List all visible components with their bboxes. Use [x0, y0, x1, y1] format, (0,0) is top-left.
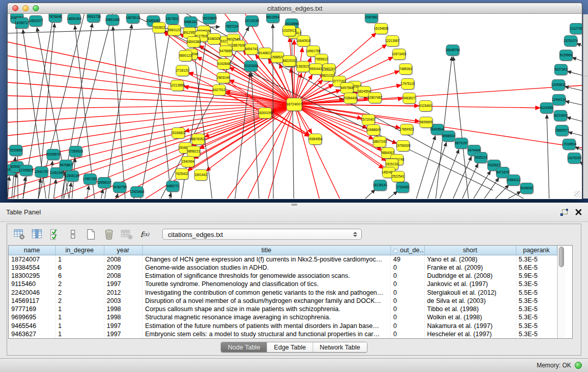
- graph-node-9898221[interactable]: 9898221: [187, 146, 201, 158]
- table-cell[interactable]: 1998: [104, 313, 142, 321]
- table-cell[interactable]: 2008: [104, 272, 142, 280]
- table-cell[interactable]: Changes of HCN gene expression and I(f) …: [142, 255, 390, 264]
- network-window[interactable]: citations_edges.txt 20650541053237778766…: [7, 3, 582, 199]
- panel-splitter-handle[interactable]: [291, 204, 297, 206]
- table-cell[interactable]: 1: [55, 313, 104, 321]
- table-cell[interactable]: 2: [55, 288, 104, 296]
- table-cell[interactable]: 22420046: [9, 288, 55, 296]
- close-window-button[interactable]: [12, 5, 18, 11]
- column-header-year[interactable]: year: [104, 246, 142, 255]
- tab-network-table[interactable]: Network Table: [313, 342, 367, 352]
- table-scrollbar[interactable]: [557, 246, 565, 338]
- table-row[interactable]: 1830029562008Estimation of significance …: [9, 272, 557, 280]
- graph-node-1362615[interactable]: 1362615: [296, 61, 310, 73]
- graph-node-9475685[interactable]: 9475685: [220, 46, 233, 58]
- minimize-window-button[interactable]: [23, 5, 29, 11]
- table-cell[interactable]: Jankovic et al. (1997): [424, 280, 516, 288]
- table-cell[interactable]: 18300295: [9, 272, 55, 280]
- graph-node-9227343[interactable]: 9227343: [555, 64, 568, 76]
- graph-node-17975115[interactable]: 17975115: [401, 79, 415, 91]
- table-cell[interactable]: 1997: [104, 321, 142, 330]
- graph-node-10325413[interactable]: 10325413: [282, 26, 297, 37]
- graph-node-1691442[interactable]: 1691442: [194, 170, 208, 182]
- graph-node-2718120[interactable]: 2718120: [176, 65, 189, 77]
- graph-node-9242848[interactable]: 9242848: [217, 59, 231, 71]
- graph-node-10532377[interactable]: 10532377: [29, 16, 43, 28]
- table-cell[interactable]: 2: [55, 297, 104, 305]
- graph-node-8454743[interactable]: 8454743: [245, 44, 258, 56]
- graph-node-10654112[interactable]: 10654112: [506, 175, 520, 187]
- graph-node-2867608[interactable]: 2867608: [232, 40, 246, 52]
- table-cell[interactable]: 5.3E-5: [516, 330, 557, 338]
- table-cell[interactable]: 5.3E-5: [516, 297, 557, 305]
- table-cell[interactable]: 5.6E-5: [516, 264, 557, 272]
- table-cell[interactable]: 14569117: [9, 297, 55, 305]
- network-view[interactable]: 2065054105323777876648140557171865039419…: [8, 14, 582, 199]
- table-cell[interactable]: 5.3E-5: [516, 321, 557, 330]
- graph-node-16782759[interactable]: 16782759: [112, 182, 127, 194]
- table-cell[interactable]: Corpus callosum shape and size in male p…: [142, 305, 390, 313]
- graph-node-9975887[interactable]: 9975887: [59, 160, 73, 172]
- graph-node-2803144[interactable]: 2803144: [217, 73, 230, 84]
- table-cell[interactable]: 5.3E-5: [516, 313, 557, 321]
- table-cell[interactable]: 18724007: [9, 255, 55, 264]
- graph-node-2935114[interactable]: 2935114: [474, 152, 488, 164]
- graph-node-16958107[interactable]: 16958107: [97, 178, 112, 189]
- graph-node-7485063[interactable]: 7485063: [399, 64, 412, 76]
- graph-node-18724007[interactable]: 18724007: [286, 98, 302, 112]
- graph-node-9990443[interactable]: 9990443: [309, 64, 322, 76]
- graph-node-10973493[interactable]: 10973493: [391, 49, 406, 61]
- graph-node-18807243[interactable]: 18807243: [373, 137, 387, 148]
- graph-node-17957253[interactable]: 17957253: [83, 174, 98, 186]
- graph-node-9129966[interactable]: 9129966: [560, 50, 573, 62]
- window-resize-grip[interactable]: [574, 191, 581, 198]
- graph-node-8822031[interactable]: 8822031: [283, 56, 296, 68]
- graph-node-15720407[interactable]: 15720407: [361, 115, 376, 126]
- table-row[interactable]: 946362711997Embryonic stem cells: a mode…: [9, 330, 557, 338]
- table-cell[interactable]: Estimation of significance thresholds fo…: [142, 272, 390, 280]
- graph-node-7857224[interactable]: 7857224: [226, 21, 239, 33]
- graph-node-20153346[interactable]: 20153346: [244, 61, 258, 73]
- tab-node-table[interactable]: Node Table: [221, 342, 267, 352]
- zoom-window-button[interactable]: [33, 5, 39, 11]
- table-cell[interactable]: 5.3E-5: [516, 305, 557, 313]
- table-cell[interactable]: 5.3E-5: [516, 280, 557, 288]
- table-row[interactable]: 1872400712008Changes of HCN gene express…: [9, 255, 557, 264]
- table-cell[interactable]: Nakamura et al. (1997): [424, 321, 516, 330]
- graph-node-16154838[interactable]: 16154838: [374, 24, 389, 35]
- table-cell[interactable]: 0: [390, 272, 424, 280]
- table-cell[interactable]: 1: [55, 330, 104, 338]
- table-options-icon[interactable]: [13, 228, 26, 240]
- table-cell[interactable]: 2012: [104, 288, 142, 296]
- graph-node-17359928[interactable]: 17359928: [69, 146, 83, 158]
- graph-node-19756928[interactable]: 19756928: [396, 141, 410, 152]
- column-header-in-degree[interactable]: in_degree: [55, 246, 104, 255]
- table-cell[interactable]: Franke et al. (2009): [424, 264, 516, 272]
- table-cell[interactable]: 49: [390, 255, 424, 264]
- table-cell[interactable]: Tibbo et al. (1998): [424, 305, 516, 313]
- graph-node-9245052[interactable]: 9245052: [520, 183, 534, 195]
- table-cell[interactable]: Genome-wide association studies in ADHD.: [142, 264, 390, 272]
- graph-node-8878352[interactable]: 8878352: [192, 134, 205, 146]
- table-cell[interactable]: 6: [55, 272, 104, 280]
- select-mode-icon[interactable]: [49, 228, 61, 240]
- show-column-icon[interactable]: [31, 228, 43, 240]
- network-window-titlebar[interactable]: citations_edges.txt: [8, 3, 582, 14]
- column-header-title[interactable]: title: [142, 246, 390, 255]
- graph-node-7625402[interactable]: 7625402: [176, 169, 189, 181]
- float-panel-icon[interactable]: [560, 209, 568, 216]
- graph-node-16648794[interactable]: 16648794: [445, 45, 460, 57]
- table-cell[interactable]: 0: [390, 297, 424, 305]
- table-cell[interactable]: 5.3E-5: [516, 255, 557, 264]
- table-row[interactable]: 946554611997Estimation of the future num…: [9, 321, 557, 330]
- graph-node-12942757[interactable]: 12942757: [34, 167, 49, 179]
- graph-node-10719155[interactable]: 10719155: [245, 16, 259, 28]
- graph-node-7663822[interactable]: 7663822: [153, 23, 166, 34]
- graph-node-1733426[interactable]: 1733426: [396, 182, 409, 194]
- table-cell[interactable]: 19384554: [9, 264, 55, 272]
- graph-node-1540994[interactable]: 1540994: [182, 157, 195, 168]
- table-cell[interactable]: 1: [55, 255, 104, 264]
- graph-node-9890123[interactable]: 9890123: [179, 51, 192, 62]
- table-cell[interactable]: Tourette syndrome. Phenomenology and cla…: [142, 280, 390, 288]
- graph-node-7876648[interactable]: 7876648: [49, 14, 62, 23]
